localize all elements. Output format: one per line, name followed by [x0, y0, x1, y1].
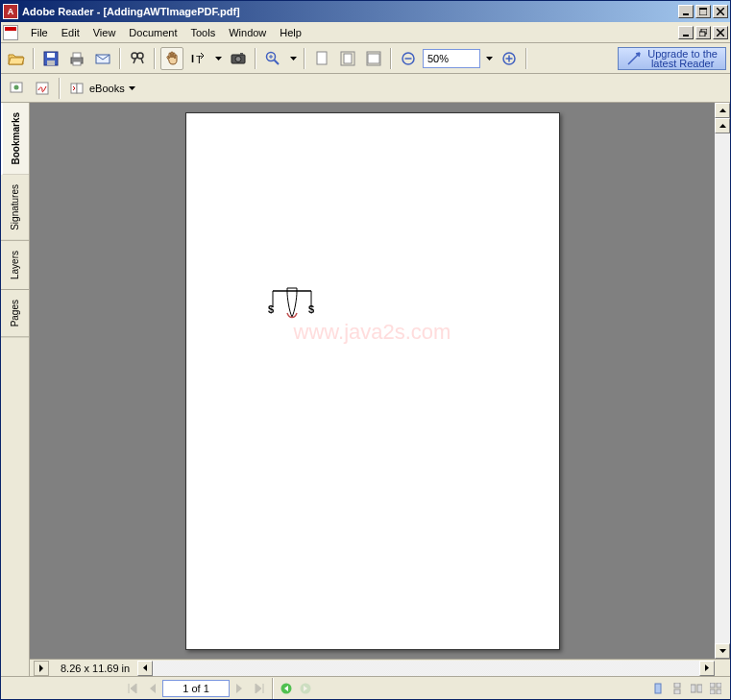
tab-bookmarks[interactable]: Bookmarks	[1, 103, 29, 175]
svg-rect-60	[717, 689, 721, 694]
zoom-in-button[interactable]	[261, 47, 284, 70]
statusbar: 1 of 1	[1, 676, 730, 699]
zoom-value: 50%	[427, 53, 449, 64]
tab-layers[interactable]: Layers	[1, 241, 29, 290]
upgrade-icon	[626, 51, 642, 66]
open-button[interactable]	[5, 47, 28, 70]
fit-page-button[interactable]	[336, 47, 359, 70]
vertical-scrollbar[interactable]	[715, 103, 730, 659]
select-tool-button[interactable]: IT	[186, 47, 209, 70]
scroll-corner	[715, 661, 730, 676]
svg-rect-32	[344, 54, 352, 63]
menu-help[interactable]: Help	[273, 25, 308, 40]
actual-size-button[interactable]	[310, 47, 333, 70]
separator	[525, 48, 527, 69]
page-number-input[interactable]: 1 of 1	[162, 680, 230, 697]
doc-minimize-button[interactable]	[678, 26, 694, 39]
horizontal-scrollbar[interactable]	[137, 661, 715, 676]
close-button[interactable]	[713, 5, 728, 18]
window-title: Adobe Reader - [AddingAWTImagePDF.pdf]	[22, 6, 678, 17]
scroll-track[interactable]	[715, 133, 730, 643]
ebooks-button[interactable]: eBooks	[65, 77, 140, 100]
page-viewport[interactable]: $ $ www.java2s.com	[30, 103, 715, 659]
select-tool-dropdown[interactable]	[212, 49, 224, 68]
page-number-value: 1 of 1	[183, 683, 209, 694]
tab-pages[interactable]: Pages	[1, 290, 29, 337]
next-page-button[interactable]	[231, 680, 249, 697]
continuous-view-button[interactable]	[669, 680, 686, 697]
save-button[interactable]	[39, 47, 62, 70]
chevron-down-icon	[129, 86, 135, 90]
svg-rect-25	[240, 53, 243, 55]
zoom-out-button[interactable]	[397, 47, 420, 70]
scroll-left-button[interactable]	[137, 661, 153, 676]
review-button[interactable]	[5, 77, 28, 100]
separator	[390, 48, 392, 69]
forward-button[interactable]	[297, 680, 314, 697]
hand-tool-button[interactable]	[160, 47, 183, 70]
svg-text:T: T	[196, 54, 203, 65]
svg-rect-52	[655, 684, 661, 693]
facing-view-button[interactable]	[688, 680, 705, 697]
zoom-in-plus-button[interactable]	[498, 47, 521, 70]
snapshot-tool-button[interactable]	[227, 47, 250, 70]
continuous-facing-view-button[interactable]	[707, 680, 724, 697]
doc-name: [AddingAWTImagePDF.pdf]	[103, 6, 239, 17]
expand-pane-button[interactable]	[34, 661, 49, 676]
svg-text:$: $	[308, 303, 314, 315]
svg-rect-5	[683, 35, 689, 36]
scroll-up-button[interactable]	[715, 118, 730, 133]
doc-close-button[interactable]	[713, 26, 728, 39]
separator	[304, 48, 305, 69]
svg-rect-14	[73, 53, 81, 58]
zoom-dropdown[interactable]	[483, 49, 495, 68]
last-page-button[interactable]	[251, 680, 268, 697]
first-page-button[interactable]	[124, 680, 141, 697]
app-name: Adobe Reader	[22, 6, 94, 17]
menu-window[interactable]: Window	[222, 25, 273, 40]
fit-width-button[interactable]	[362, 47, 385, 70]
menu-view[interactable]: View	[86, 25, 123, 40]
separator	[272, 678, 274, 699]
maximize-button[interactable]	[695, 5, 711, 18]
menu-document[interactable]: Document	[122, 25, 183, 40]
print-button[interactable]	[65, 47, 88, 70]
svg-rect-2	[699, 8, 707, 10]
hscroll-track[interactable]	[153, 661, 699, 676]
menu-tools[interactable]: Tools	[184, 25, 223, 40]
svg-point-24	[235, 56, 241, 61]
content-area: Bookmarks Signatures Layers Pages	[1, 103, 730, 676]
svg-point-41	[14, 84, 19, 89]
doc-restore-button[interactable]	[695, 26, 711, 39]
separator	[255, 48, 256, 69]
document-pane: $ $ www.java2s.com 8.26 x 11.69	[30, 103, 730, 676]
menubar: File Edit View Document Tools Window Hel…	[1, 22, 730, 43]
separator	[119, 48, 121, 69]
upgrade-button[interactable]: Upgrade to thelatest Reader	[618, 47, 726, 70]
prev-page-button[interactable]	[143, 680, 160, 697]
minimize-button[interactable]	[678, 5, 694, 18]
doc-window-controls	[678, 26, 728, 39]
email-button[interactable]	[91, 47, 114, 70]
search-button[interactable]	[126, 47, 149, 70]
svg-rect-54	[674, 689, 680, 694]
tab-signatures[interactable]: Signatures	[1, 175, 29, 241]
svg-rect-15	[73, 61, 81, 65]
main-toolbar: IT 50% Upgrade to thelatest Reader	[1, 43, 730, 74]
scroll-up-arrow[interactable]	[715, 103, 730, 118]
svg-rect-11	[47, 53, 55, 58]
svg-rect-58	[717, 683, 721, 688]
sign-button[interactable]	[31, 77, 54, 100]
scroll-down-button[interactable]	[715, 643, 730, 659]
ebooks-icon	[70, 81, 85, 96]
menu-edit[interactable]: Edit	[55, 25, 86, 40]
zoom-tool-dropdown[interactable]	[287, 49, 299, 68]
menu-file[interactable]: File	[24, 25, 55, 40]
svg-text:I: I	[191, 53, 194, 64]
svg-rect-34	[368, 54, 379, 63]
ebooks-label: eBooks	[89, 83, 125, 94]
back-button[interactable]	[278, 680, 295, 697]
zoom-input[interactable]: 50%	[423, 49, 480, 68]
scroll-right-button[interactable]	[699, 661, 715, 676]
single-page-view-button[interactable]	[649, 680, 667, 697]
